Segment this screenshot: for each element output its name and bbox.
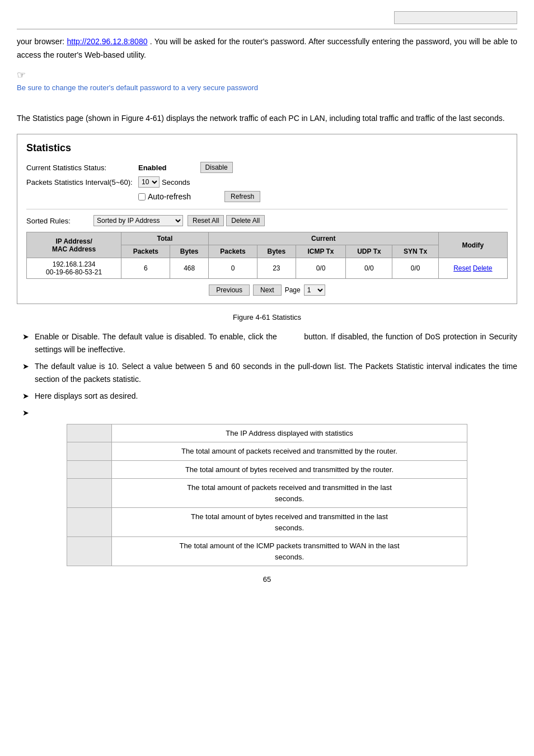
page-select[interactable]: 1: [304, 284, 325, 296]
desc-text: The total amount of packets received and…: [112, 479, 467, 508]
col-current-packets: Packets: [208, 245, 257, 258]
desc-row: The IP Address displayed with statistics: [67, 424, 467, 442]
cell-total-bytes: 468: [170, 258, 208, 279]
auto-refresh-label: Auto-refresh: [148, 192, 191, 201]
stats-table: IP Address/ MAC Address Total Current Mo…: [26, 232, 508, 279]
col-icmp-tx: ICMP Tx: [296, 245, 346, 258]
bullet-arrow-4: ➤: [22, 407, 29, 419]
top-bar: [17, 11, 517, 30]
intro-url[interactable]: http://202.96.12.8:8080: [67, 37, 147, 46]
note-icon: ☞: [17, 69, 517, 81]
interval-select[interactable]: 10: [138, 176, 160, 188]
next-button[interactable]: Next: [253, 284, 282, 296]
cell-current-bytes: 23: [257, 258, 296, 279]
desc-label: [67, 537, 112, 566]
col-syn-tx: SYN Tx: [392, 245, 438, 258]
sorted-select[interactable]: Sorted by IP Address: [93, 215, 183, 226]
bullet-text-2: The default value is 10. Select a value …: [35, 360, 517, 385]
statistics-title: Statistics: [26, 142, 508, 154]
col-total: Total: [121, 232, 209, 245]
interval-row: Packets Statistics Interval(5~60): 10 Se…: [26, 176, 508, 188]
col-ip-address: IP Address/ MAC Address: [27, 232, 121, 258]
bullet-3: ➤ Here displays sort as desired.: [17, 390, 517, 402]
status-value: Enabled: [138, 164, 167, 172]
desc-table: The IP Address displayed with statistics…: [67, 424, 467, 567]
desc-row: The total amount of bytes received and t…: [67, 508, 467, 537]
bullet-arrow-1: ➤: [22, 330, 29, 343]
bullet-2: ➤ The default value is 10. Select a valu…: [17, 360, 517, 385]
cell-udp-tx: 0/0: [346, 258, 392, 279]
delete-link[interactable]: Delete: [473, 264, 493, 272]
refresh-button[interactable]: Refresh: [224, 191, 260, 202]
desc-row: The total amount of packets received and…: [67, 442, 467, 461]
col-current-bytes: Bytes: [257, 245, 296, 258]
current-status-label: Current Statistics Status:: [26, 164, 138, 172]
page-label: Page: [285, 286, 301, 294]
cell-ip-mac: 192.168.1.23400-19-66-80-53-21: [27, 258, 121, 279]
cell-icmp-tx: 0/0: [296, 258, 346, 279]
bullet-text-1: Enable or Disable. The default value is …: [35, 330, 517, 356]
bullet-text-3: Here displays sort as desired.: [35, 390, 517, 402]
table-row: 192.168.1.23400-19-66-80-53-21 6 468 0 2…: [27, 258, 508, 279]
desc-label: [67, 442, 112, 461]
delete-all-button[interactable]: Delete All: [226, 215, 265, 226]
desc-row: The total amount of bytes received and t…: [67, 460, 467, 479]
cell-syn-tx: 0/0: [392, 258, 438, 279]
col-total-packets: Packets: [121, 245, 170, 258]
col-current: Current: [208, 232, 438, 245]
cell-modify[interactable]: Reset Delete: [438, 258, 507, 279]
top-input[interactable]: [394, 11, 517, 24]
reset-all-button[interactable]: Reset All: [188, 215, 224, 226]
intro-text-before: your browser:: [17, 37, 67, 46]
desc-row: The total amount of packets received and…: [67, 479, 467, 508]
current-status-row: Current Statistics Status: Enabled Disab…: [26, 162, 508, 173]
bullet-1: ➤ Enable or Disable. The default value i…: [17, 330, 517, 356]
auto-refresh-checkbox[interactable]: [138, 193, 146, 200]
figure-caption: Figure 4-61 Statistics: [17, 313, 517, 321]
bullet-arrow-3: ➤: [22, 390, 29, 402]
disable-button[interactable]: Disable: [200, 162, 233, 173]
sorted-rules-label: Sorted Rules:: [26, 217, 93, 225]
desc-label: [67, 508, 112, 537]
desc-text: The total amount of the ICMP packets tra…: [112, 537, 467, 566]
desc-text: The IP Address displayed with statistics: [112, 424, 467, 442]
desc-text: The total amount of packets received and…: [112, 442, 467, 461]
desc-label: [67, 460, 112, 479]
cell-total-packets: 6: [121, 258, 170, 279]
note-text: Be sure to change the router's default p…: [17, 83, 517, 92]
col-udp-tx: UDP Tx: [346, 245, 392, 258]
seconds-label: Seconds: [162, 178, 190, 186]
intro-text: your browser: http://202.96.12.8:8080 . …: [17, 35, 517, 62]
body-text: The Statistics page (shown in Figure 4-6…: [17, 112, 517, 125]
desc-row: The total amount of the ICMP packets tra…: [67, 537, 467, 566]
page-number: 65: [17, 575, 517, 584]
bullet-4: ➤: [17, 407, 517, 419]
sorted-rules-row: Sorted Rules: Sorted by IP Address Reset…: [26, 209, 508, 226]
auto-refresh-row: Auto-refresh Refresh: [26, 191, 508, 202]
col-total-bytes: Bytes: [170, 245, 208, 258]
interval-label: Packets Statistics Interval(5~60):: [26, 178, 138, 186]
cell-current-packets: 0: [208, 258, 257, 279]
desc-label: [67, 479, 112, 508]
desc-text: The total amount of bytes received and t…: [112, 460, 467, 479]
previous-button[interactable]: Previous: [209, 284, 250, 296]
desc-text: The total amount of bytes received and t…: [112, 508, 467, 537]
reset-link[interactable]: Reset: [453, 264, 471, 272]
statistics-panel: Statistics Current Statistics Status: En…: [17, 134, 517, 304]
bullet-arrow-2: ➤: [22, 360, 29, 372]
col-modify: Modify: [438, 232, 507, 258]
desc-label: [67, 424, 112, 442]
pagination-row: Previous Next Page 1: [26, 284, 508, 296]
